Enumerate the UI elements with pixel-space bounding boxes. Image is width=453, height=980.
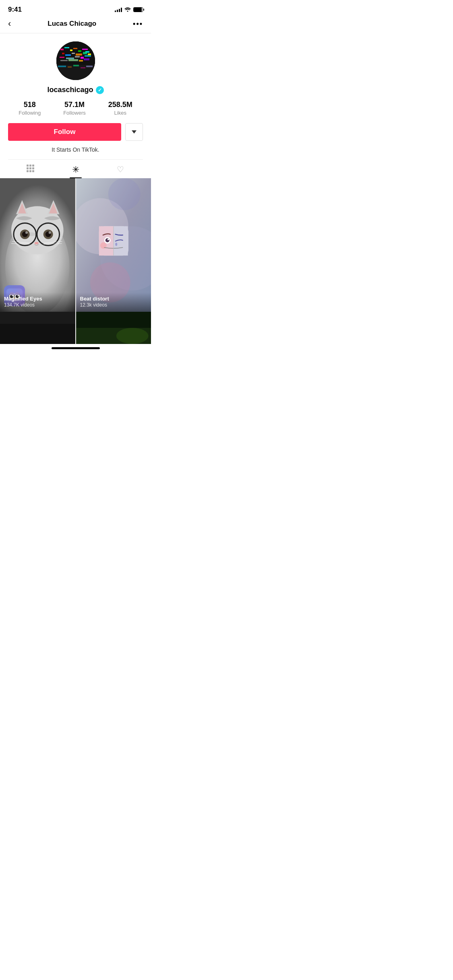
svg-rect-11 — [76, 54, 82, 56]
effect-name-1: Magnified Eyes — [4, 296, 71, 302]
svg-rect-6 — [82, 49, 88, 50]
svg-rect-18 — [85, 55, 91, 57]
following-count: 518 — [24, 101, 36, 109]
more-button[interactable]: ••• — [133, 20, 143, 28]
signal-icon — [115, 7, 122, 12]
bottom-cell-left[interactable] — [0, 312, 75, 344]
profile-section: locaschicago ✓ 518 Following 57.1M Follo… — [0, 33, 151, 178]
tabs-row: ✳ ♡ — [8, 159, 143, 178]
svg-rect-20 — [68, 59, 78, 61]
likes-label: Likes — [114, 110, 126, 116]
svg-point-76 — [108, 178, 140, 210]
svg-rect-12 — [83, 52, 87, 54]
star-sparkle-icon: ✳ — [72, 165, 79, 175]
followers-stat[interactable]: 57.1M Followers — [52, 101, 97, 116]
battery-icon — [133, 7, 143, 12]
status-icons — [115, 7, 143, 13]
svg-point-69 — [107, 239, 109, 240]
svg-rect-17 — [81, 57, 84, 59]
svg-rect-14 — [60, 57, 64, 58]
page-title: Lucas Chicago — [48, 20, 96, 28]
svg-point-73 — [115, 243, 117, 246]
effect-card-label-1: Magnified Eyes 134.7K videos — [0, 292, 75, 312]
effect-count-2: 12.3k videos — [80, 302, 147, 308]
svg-point-68 — [105, 238, 109, 242]
action-row: Follow — [8, 123, 143, 141]
username-row: locaschicago ✓ — [47, 86, 103, 94]
svg-rect-9 — [65, 54, 71, 56]
stats-row: 518 Following 57.1M Followers 258.5M Lik… — [8, 101, 143, 116]
svg-rect-10 — [72, 53, 75, 54]
svg-rect-3 — [70, 49, 72, 51]
svg-rect-26 — [73, 65, 79, 66]
svg-rect-8 — [62, 53, 64, 54]
verified-icon: ✓ — [98, 87, 102, 93]
bio-text: It Starts On TikTok. — [52, 146, 99, 153]
tab-videos[interactable] — [8, 160, 53, 178]
svg-point-41 — [35, 242, 39, 244]
svg-point-81 — [116, 328, 148, 344]
svg-rect-2 — [64, 47, 69, 48]
header: ‹ Lucas Chicago ••• — [0, 16, 151, 33]
svg-rect-22 — [84, 58, 89, 60]
svg-rect-4 — [73, 48, 77, 49]
svg-point-40 — [49, 231, 51, 234]
heart-icon: ♡ — [117, 165, 124, 174]
avatar — [56, 41, 95, 80]
likes-count: 258.5M — [108, 101, 132, 109]
tab-liked[interactable]: ♡ — [98, 160, 143, 178]
follow-dropdown-button[interactable] — [125, 123, 143, 141]
username-text: locaschicago — [47, 86, 93, 94]
following-label: Following — [19, 110, 41, 116]
svg-rect-25 — [68, 66, 72, 68]
bottom-cell-right[interactable] — [76, 312, 151, 344]
beat-distort-thumbnail — [76, 178, 151, 312]
effect-count-1: 134.7K videos — [4, 302, 71, 308]
verified-badge: ✓ — [96, 86, 104, 94]
followers-label: Followers — [63, 110, 86, 116]
bottom-grid — [0, 312, 151, 344]
effects-grid: Magnified Eyes 134.7K videos — [0, 178, 151, 312]
grid-icon — [27, 165, 34, 172]
svg-rect-24 — [58, 66, 66, 67]
back-button[interactable]: ‹ — [8, 19, 11, 28]
likes-stat[interactable]: 258.5M Likes — [97, 101, 144, 116]
svg-rect-5 — [78, 50, 81, 52]
svg-rect-19 — [60, 60, 68, 61]
wifi-icon — [124, 7, 131, 13]
svg-rect-21 — [79, 60, 83, 62]
followers-count: 57.1M — [64, 101, 85, 109]
svg-point-37 — [25, 231, 28, 234]
effect-name-2: Beat distort — [80, 296, 147, 302]
svg-rect-16 — [75, 56, 80, 58]
home-bar — [52, 347, 100, 349]
tab-effects[interactable]: ✳ — [53, 160, 98, 178]
svg-rect-72 — [122, 226, 128, 255]
follow-button[interactable]: Follow — [8, 123, 121, 141]
home-indicator — [0, 344, 151, 351]
svg-rect-28 — [86, 66, 93, 67]
svg-rect-27 — [81, 67, 85, 68]
avatar-image — [56, 41, 95, 80]
svg-rect-1 — [60, 49, 64, 50]
status-bar: 9:41 — [0, 0, 151, 16]
status-time: 9:41 — [8, 6, 22, 14]
svg-rect-66 — [99, 226, 104, 255]
effect-card-label-2: Beat distort 12.3k videos — [76, 292, 151, 312]
svg-rect-13 — [88, 54, 91, 55]
svg-rect-15 — [66, 58, 74, 59]
svg-rect-78 — [0, 324, 75, 344]
effect-card-beat-distort[interactable]: Beat distort 12.3k videos — [76, 178, 151, 312]
effect-card-magnified-eyes[interactable]: Magnified Eyes 134.7K videos — [0, 178, 75, 312]
following-stat[interactable]: 518 Following — [7, 101, 52, 116]
dropdown-arrow-icon — [132, 130, 137, 134]
